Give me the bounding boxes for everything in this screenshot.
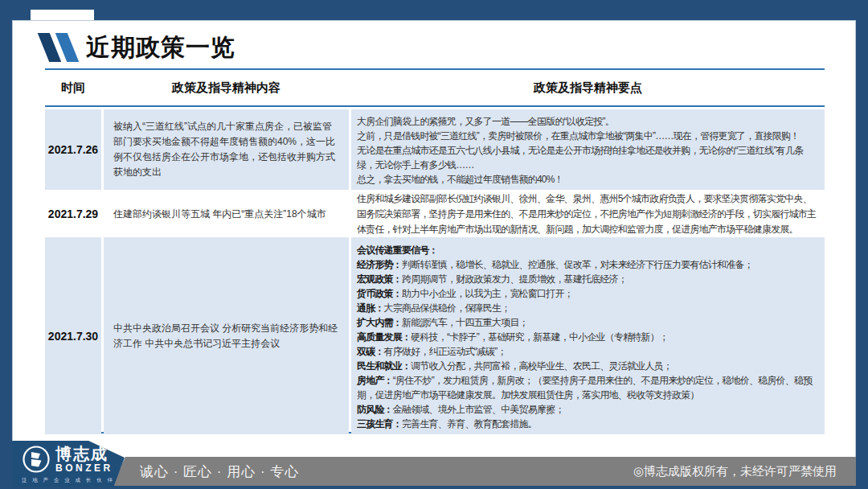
content-cell: 中共中央政治局召开会议 分析研究当前经济形势和经济工作 中共中央总书记习近平主持… xyxy=(104,237,349,434)
footer-copyright: ◎博志成版权所有，未经许可严禁使用 xyxy=(633,464,837,479)
point-line: 宏观政策：跨周期调节，财政政策发力、提质增效，基建托底经济； xyxy=(357,272,818,286)
footer-slogan: 诚心 · 匠心 · 用心 · 专心 xyxy=(140,462,299,481)
point-line: 货币政策：助力中小企业，以我为主，宽松窗口打开； xyxy=(357,286,818,301)
point-line: 通胀：大宗商品保供稳价，保障民生； xyxy=(357,301,818,315)
date-cell: 2021.7.29 xyxy=(45,187,101,240)
point-line: 总之，拿去买地的钱，不能超过年度销售额的40%！ xyxy=(357,172,818,187)
table-body: 2021.7.26 被纳入“三道红线”试点的几十家重点房企，已被监管部门要求买地… xyxy=(45,109,825,430)
point-line: 无论是在重点城市还是五六七八线小县城，无论是走公开市场招拍挂拿地还是收并购，无论… xyxy=(357,143,818,172)
point-line: 大房企们脑袋上的紧箍咒，又多了一道——全国版的“以收定投”。 xyxy=(357,114,818,129)
point-line: 双碳：有序做好，纠正运动式“减碳”； xyxy=(357,344,818,359)
content-cell: 被纳入“三道红线”试点的几十家重点房企，已被监管部门要求买地金额不得超年度销售额… xyxy=(104,109,349,190)
brand-name-en: BONZER xyxy=(55,463,113,473)
points-cell: 住房和城乡建设部副部长倪虹约谈银川、徐州、金华、泉州、惠州5个城市政府负责人，要… xyxy=(351,187,825,240)
header-content: 政策及指导精神内容 xyxy=(104,80,349,96)
double-slash-icon xyxy=(43,33,73,62)
table-row: 2021.7.30 中共中央政治局召开会议 分析研究当前经济形势和经济工作 中共… xyxy=(45,237,825,430)
point-line: 民生和就业：调节收入分配，共同富裕，高校毕业生、农民工、灵活就业人员； xyxy=(357,359,818,373)
date-cell: 2021.7.26 xyxy=(45,109,101,190)
point-line: 房地产：“房住不炒”，发力租赁房，新房改；（要坚持房子是用来住的、不是用来炒的定… xyxy=(357,373,818,402)
header-points: 政策及指导精神要点 xyxy=(351,80,825,96)
title-row: 近期政策一览 xyxy=(43,31,235,64)
brand-logo-icon xyxy=(22,445,51,474)
point-line: 扩大内需：新能源汽车，十四五重大项目； xyxy=(357,315,818,330)
point-line: 三孩生育：完善生育、养育、教育配套措施。 xyxy=(357,417,818,431)
table-row: 2021.7.29 住建部约谈银川等五城 年内已“重点关注”18个城市 住房和城… xyxy=(45,187,825,237)
point-line: 住房和城乡建设部副部长倪虹约谈银川、徐州、金华、泉州、惠州5个城市政府负责人，要… xyxy=(357,191,818,237)
table-header-row: 时间 政策及指导精神内容 政策及指导精神要点 xyxy=(45,70,825,105)
point-line: 之前，只是借钱时被“三道红线”，卖房时被限价，在重点城市拿地被“两集中”……现在… xyxy=(357,129,818,143)
point-line: 防风险：金融领域、境外上市监管、中美贸易摩擦； xyxy=(357,402,818,417)
header-time: 时间 xyxy=(45,80,101,96)
points-cell: 会议传递重要信号：经济形势：判断转谨慎，稳增长、稳就业、控通胀、促改革，对未来经… xyxy=(351,237,825,434)
point-line: 高质量发展：硬科技，“卡脖子”，基础研究，新基建，中小企业（专精特新）； xyxy=(357,330,818,344)
page-title: 近期政策一览 xyxy=(86,31,235,64)
table-row: 2021.7.26 被纳入“三道红线”试点的几十家重点房企，已被监管部门要求买地… xyxy=(45,109,825,187)
header-bottom-rule xyxy=(45,105,825,107)
footer-bar: 诚心 · 匠心 · 用心 · 专心 ◎博志成版权所有，未经许可严禁使用 xyxy=(113,457,856,486)
point-line: 会议传递重要信号： xyxy=(357,243,818,257)
point-line: 经济形势：判断转谨慎，稳增长、稳就业、控通胀、促改革，对未来经济下行压力要有估计… xyxy=(357,257,818,272)
slide: 近期政策一览 时间 政策及指导精神内容 政策及指导精神要点 2021.7.26 … xyxy=(0,0,868,489)
policy-table: 时间 政策及指导精神内容 政策及指导精神要点 2021.7.26 被纳入“三道红… xyxy=(45,68,825,434)
content-card: 近期政策一览 时间 政策及指导精神内容 政策及指导精神要点 2021.7.26 … xyxy=(12,20,856,486)
date-cell: 2021.7.30 xyxy=(45,237,101,434)
points-cell: 大房企们脑袋上的紧箍咒，又多了一道——全国版的“以收定投”。之前，只是借钱时被“… xyxy=(351,109,825,190)
brand-tagline: 泛 地 产 企 业 成 长 伙 伴 xyxy=(22,477,125,484)
content-cell: 住建部约谈银川等五城 年内已“重点关注”18个城市 xyxy=(104,187,349,240)
